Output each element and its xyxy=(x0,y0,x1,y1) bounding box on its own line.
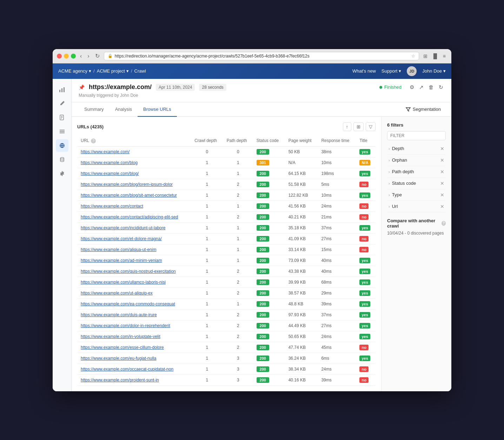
whats-new-link[interactable]: What's new xyxy=(352,68,376,74)
page-actions: ⚙ ↗ 🗑 ↻ xyxy=(409,83,444,92)
url-cell[interactable]: https://www.example.com/ xyxy=(81,149,130,154)
export-button[interactable]: ↑ xyxy=(343,122,352,131)
filter-item[interactable]: › Depth ✕ xyxy=(387,143,446,155)
user-menu[interactable]: John Doe ▾ xyxy=(422,68,446,74)
url-cell[interactable]: https://www.example.com/in-voluptate-vel… xyxy=(81,334,160,339)
url-cell[interactable]: https://www.example.com/blog/ xyxy=(81,171,139,176)
forward-button[interactable]: › xyxy=(86,52,91,60)
col-response-time[interactable]: Response time xyxy=(318,135,356,147)
filter-remove-button[interactable]: ✕ xyxy=(440,181,444,186)
url-cell[interactable]: https://www.example.com/blog/sit-amet-co… xyxy=(81,193,177,198)
url-cell[interactable]: https://www.example.com/aliqua-ut-enim xyxy=(81,247,156,252)
sidebar-item-settings[interactable] xyxy=(56,167,68,180)
url-cell[interactable]: https://www.example.com/duis-aute-irure xyxy=(81,312,157,317)
title-badge: no xyxy=(359,366,368,372)
response-time-cell: 40ms xyxy=(318,266,356,277)
filter-item[interactable]: › Type ✕ xyxy=(387,189,446,201)
address-bar[interactable]: 🔒 https://redirection.io/manager/acme-ag… xyxy=(104,52,419,60)
url-cell[interactable]: https://www.example.com/blog/lorem-ipsum… xyxy=(81,182,173,187)
filter-search-input[interactable] xyxy=(387,131,446,140)
columns-button[interactable]: ⊞ xyxy=(353,122,364,131)
url-cell[interactable]: https://www.example.com/et-dolore-magna/ xyxy=(81,236,162,241)
back-button[interactable]: ‹ xyxy=(79,52,83,60)
support-chevron-icon: ▾ xyxy=(399,68,401,74)
col-page-weight[interactable]: Page weight xyxy=(285,135,318,147)
status-dot xyxy=(379,86,382,89)
filter-remove-button[interactable]: ✕ xyxy=(440,192,444,198)
filter-remove-button[interactable]: ✕ xyxy=(440,204,444,209)
url-cell[interactable]: https://www.example.com/occaecat-cupidat… xyxy=(81,367,173,372)
col-title[interactable]: Title xyxy=(356,135,376,147)
sidebar-item-analytics[interactable] xyxy=(56,83,68,96)
url-cell[interactable]: https://www.example.com/dolor-in-reprehe… xyxy=(81,323,170,328)
status-badge: 200 xyxy=(257,269,269,274)
col-path-depth[interactable]: Path depth xyxy=(223,135,253,147)
url-cell[interactable]: https://www.example.com/eu-fugiat-nulla xyxy=(81,356,156,361)
path-depth-cell: 2 xyxy=(223,190,253,201)
table-row: https://www.example.com/esse-cillum-dolo… xyxy=(77,342,376,353)
title-badge: yes xyxy=(359,171,370,176)
url-cell[interactable]: https://www.example.com/proident-sunt-in xyxy=(81,378,159,383)
url-cell[interactable]: https://www.example.com/ut-aliquip-ex xyxy=(81,291,153,296)
url-cell[interactable]: https://www.example.com/ullamco-laboris-… xyxy=(81,280,166,285)
settings-action-button[interactable]: ⚙ xyxy=(409,83,415,92)
url-help-icon[interactable]: ? xyxy=(91,138,96,143)
col-status-code[interactable]: Status code xyxy=(253,135,285,147)
url-cell[interactable]: https://www.example.com/contact/adipisci… xyxy=(81,215,178,219)
extensions-icon[interactable]: ▐▌ xyxy=(430,53,440,60)
chevron-down-icon-2: ▾ xyxy=(126,68,129,74)
status-cell: 200 xyxy=(253,364,285,374)
filter-remove-button[interactable]: ✕ xyxy=(440,169,444,175)
compare-section: Compare with another crawl ? 10/04/24 - … xyxy=(387,218,446,236)
table-row: https://www.example.com/ut-aliquip-ex 1 … xyxy=(77,287,376,298)
filter-item[interactable]: › Orphan ✕ xyxy=(387,155,446,166)
response-time-cell: 37ms xyxy=(318,309,356,320)
filter-button[interactable]: ▽ xyxy=(366,122,376,131)
status-badge: 200 xyxy=(257,225,269,231)
filter-item[interactable]: › Status code ✕ xyxy=(387,178,446,189)
delete-action-button[interactable]: 🗑 xyxy=(427,83,435,92)
filter-item[interactable]: › Path depth ✕ xyxy=(387,166,446,178)
title-cell: no xyxy=(356,244,376,255)
compare-help-icon[interactable]: ? xyxy=(442,221,446,226)
status-badge: 200 xyxy=(257,214,269,220)
sidebar-item-edit[interactable] xyxy=(56,97,68,110)
close-button[interactable]: ✕ xyxy=(57,54,62,59)
breadcrumb-project[interactable]: ACME project ▾ xyxy=(97,68,129,74)
sidebar-item-list[interactable] xyxy=(56,125,68,138)
url-cell[interactable]: https://www.example.com/ea-commodo-conse… xyxy=(81,302,175,306)
filter-item[interactable]: › Url ✕ xyxy=(387,201,446,212)
support-dropdown[interactable]: Support ▾ xyxy=(382,68,402,74)
grid-icon[interactable]: ⊞ xyxy=(422,53,429,60)
table-row: https://www.example.com/blog/sit-amet-co… xyxy=(77,190,376,201)
sidebar-item-browse[interactable] xyxy=(56,139,68,152)
tab-summary[interactable]: Summary xyxy=(79,102,110,117)
col-crawl-depth[interactable]: Crawl depth xyxy=(191,135,223,147)
segmentation-button[interactable]: Segmentation xyxy=(402,104,444,114)
tab-analysis[interactable]: Analysis xyxy=(110,102,138,117)
filter-items: › Depth ✕ › Orphan ✕ › Path depth ✕ › St… xyxy=(387,143,446,212)
sidebar-item-database[interactable] xyxy=(56,153,68,166)
page-weight-cell: 40.16 KB xyxy=(285,374,318,385)
filter-remove-button[interactable]: ✕ xyxy=(440,146,444,151)
sidebar-item-document[interactable] xyxy=(56,111,68,124)
url-cell[interactable]: https://www.example.com/blog xyxy=(81,160,138,165)
minimize-button[interactable]: − xyxy=(64,54,69,59)
tab-browse-urls[interactable]: Browse URLs xyxy=(138,102,177,117)
url-cell[interactable]: https://www.example.com/quis-nostrud-exe… xyxy=(81,269,176,274)
breadcrumb-agency[interactable]: ACME agency ▾ xyxy=(58,68,91,74)
star-icon[interactable]: ☆ xyxy=(411,54,415,59)
filter-remove-button[interactable]: ✕ xyxy=(440,157,444,163)
response-time-cell: 27ms xyxy=(318,233,356,244)
url-cell[interactable]: https://www.example.com/contact xyxy=(81,204,143,209)
title-badge: N/A xyxy=(359,160,370,165)
share-action-button[interactable]: ↗ xyxy=(418,83,425,92)
table-row: https://www.example.com/contact/adipisci… xyxy=(77,211,376,222)
url-cell[interactable]: https://www.example.com/esse-cillum-dolo… xyxy=(81,345,164,350)
menu-icon[interactable]: ≡ xyxy=(442,53,447,60)
reload-button[interactable]: ↻ xyxy=(94,52,101,60)
url-cell[interactable]: https://www.example.com/ad-minim-veniam xyxy=(81,258,162,263)
maximize-button[interactable]: + xyxy=(71,54,76,59)
refresh-action-button[interactable]: ↻ xyxy=(438,83,444,92)
url-cell[interactable]: https://www.example.com/incididunt-ut-la… xyxy=(81,225,165,230)
